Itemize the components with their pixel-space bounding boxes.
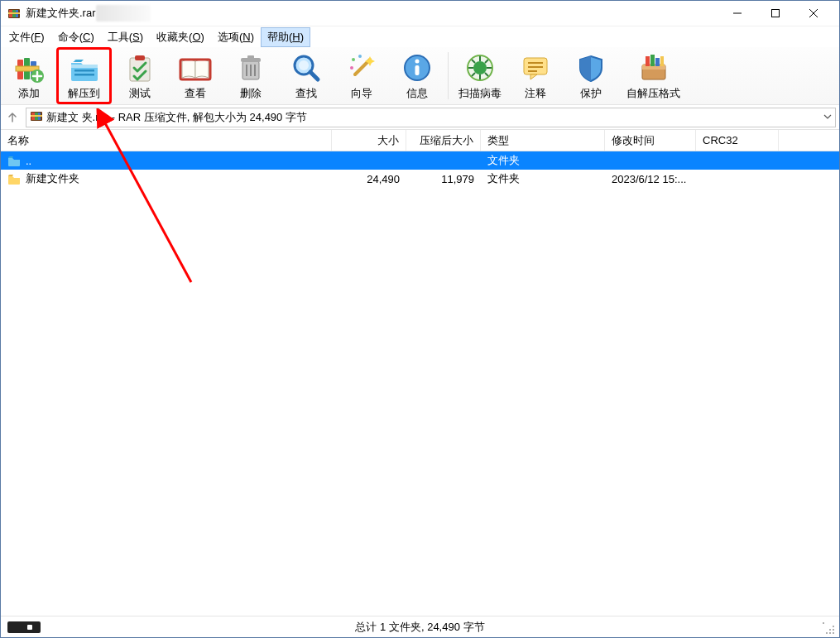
menu-o[interactable]: 收藏夹(O) — [150, 27, 211, 47]
row-packed: 11,979 — [406, 173, 481, 185]
menubar: 文件(F)命令(C)工具(S)收藏夹(O)选项(N)帮助(H) — [1, 26, 839, 47]
status-text: 总计 1 文件夹, 24,490 字节 — [355, 620, 484, 635]
comment-icon — [519, 51, 552, 84]
title-blurred-area — [96, 5, 151, 22]
svg-rect-59 — [31, 115, 42, 117]
svg-rect-4 — [8, 12, 20, 14]
col-mtime[interactable]: 修改时间 — [605, 130, 696, 151]
toolbar-add-label: 添加 — [18, 86, 40, 101]
sfx-icon — [637, 51, 670, 84]
toolbar-extract-to[interactable]: 解压到 — [56, 47, 112, 104]
winrar-app-icon — [7, 7, 21, 20]
toolbar-view[interactable]: 查看 — [167, 47, 223, 104]
folder-up-icon — [7, 154, 21, 167]
go-up-button[interactable] — [4, 109, 21, 126]
col-type[interactable]: 类型 — [481, 130, 605, 151]
resize-grip-icon[interactable] — [823, 622, 836, 636]
toolbar-virus-scan[interactable]: 扫描病毒 — [452, 47, 507, 104]
svg-rect-34 — [415, 65, 419, 75]
toolbar-add[interactable]: 添加 — [1, 47, 56, 104]
toolbar-protect-label: 保护 — [580, 86, 602, 101]
svg-rect-51 — [646, 56, 650, 66]
folder-extract-icon — [68, 51, 101, 84]
toolbar-comment-label: 注释 — [525, 86, 546, 101]
row-type: 文件夹 — [481, 153, 605, 168]
col-crc[interactable]: CRC32 — [696, 130, 779, 151]
toolbar-info-label: 信息 — [406, 86, 428, 101]
svg-line-27 — [310, 72, 318, 79]
svg-rect-15 — [74, 74, 94, 76]
info-icon — [401, 51, 434, 84]
statusbar: 总计 1 文件夹, 24,490 字节 — [1, 616, 839, 637]
toolbar-extract-label: 解压到 — [68, 86, 100, 101]
path-combobox[interactable]: 新建文 夹.rar - RAR 压缩文件, 解包大小为 24,490 字节 — [26, 108, 836, 127]
svg-rect-52 — [650, 55, 655, 66]
toolbar-view-label: 查看 — [185, 86, 206, 101]
row-name: 新建文件夹 — [26, 171, 79, 186]
app-window: 新建文件夹.rar 文件(F)命令(C)工具(S)收藏夹(O)选项(N)帮助(H… — [0, 0, 840, 638]
toolbar-wizard[interactable]: 向导 — [334, 47, 389, 104]
toolbar-test-label: 测试 — [129, 86, 151, 101]
svg-point-29 — [352, 58, 355, 61]
toolbar-delete[interactable]: 删除 — [223, 47, 278, 104]
col-packed[interactable]: 压缩后大小 — [406, 130, 481, 151]
books-add-icon — [12, 51, 46, 84]
archive-small-icon — [30, 109, 43, 125]
col-size[interactable]: 大小 — [332, 130, 406, 151]
svg-rect-14 — [74, 70, 94, 72]
maximize-button[interactable] — [756, 1, 794, 26]
svg-point-36 — [473, 61, 487, 74]
folder-icon — [7, 172, 21, 185]
menu-n[interactable]: 选项(N) — [211, 27, 261, 47]
row-name: .. — [26, 155, 31, 167]
addressbar: 新建文 夹.rar - RAR 压缩文件, 解包大小为 24,490 字节 — [1, 105, 839, 130]
titlebar: 新建文件夹.rar — [1, 1, 839, 26]
toolbar-info[interactable]: 信息 — [389, 47, 444, 104]
list-header: 名称 大小 压缩后大小 类型 修改时间 CRC32 — [1, 130, 839, 151]
menu-c[interactable]: 命令(C) — [51, 27, 101, 47]
book-open-icon — [179, 51, 212, 84]
svg-point-33 — [415, 59, 419, 63]
list-row[interactable]: ..文件夹 — [1, 151, 839, 170]
shield-icon — [574, 51, 607, 84]
row-mtime: 2023/6/12 15:... — [605, 173, 696, 185]
row-type: 文件夹 — [481, 171, 605, 186]
magnifier-icon — [290, 51, 323, 84]
svg-rect-53 — [655, 58, 660, 66]
menu-f[interactable]: 文件(F) — [2, 27, 51, 47]
close-button[interactable] — [794, 1, 833, 26]
toolbar-find-label: 查找 — [295, 86, 317, 101]
toolbar-find[interactable]: 查找 — [278, 47, 334, 104]
toolbar-sfx[interactable]: 自解压格式 — [618, 47, 689, 104]
toolbar-delete-label: 删除 — [240, 86, 262, 101]
file-list[interactable]: ..文件夹新建文件夹24,49011,979文件夹2023/6/12 15:..… — [1, 151, 839, 616]
svg-rect-6 — [772, 10, 780, 17]
minimize-button[interactable] — [718, 1, 756, 26]
menu-s[interactable]: 工具(S) — [101, 27, 150, 47]
row-size: 24,490 — [332, 173, 406, 185]
svg-rect-54 — [660, 56, 664, 66]
window-title: 新建文件夹.rar — [26, 6, 96, 21]
list-row[interactable]: 新建文件夹24,49011,979文件夹2023/6/12 15:... — [1, 170, 839, 188]
toolbar-wizard-label: 向导 — [351, 86, 372, 101]
svg-point-31 — [350, 66, 353, 70]
chevron-down-icon[interactable] — [823, 111, 832, 123]
toolbar-comment[interactable]: 注释 — [507, 47, 563, 104]
wand-icon — [345, 51, 378, 84]
col-name[interactable]: 名称 — [1, 130, 332, 151]
trash-icon — [234, 51, 267, 84]
toolbar: 添加 解压到 — [1, 47, 839, 105]
toolbar-protect[interactable]: 保护 — [563, 47, 618, 104]
path-text: 新建文 夹.rar - RAR 压缩文件, 解包大小为 24,490 字节 — [46, 110, 307, 125]
status-indicator-icon — [7, 621, 41, 633]
svg-rect-17 — [135, 55, 145, 60]
clipboard-check-icon — [123, 51, 156, 84]
svg-point-26 — [299, 60, 309, 70]
toolbar-test[interactable]: 测试 — [112, 47, 167, 104]
toolbar-virus-label: 扫描病毒 — [458, 86, 502, 101]
svg-rect-21 — [247, 55, 254, 59]
col-extra[interactable] — [779, 130, 839, 151]
menu-h[interactable]: 帮助(H) — [261, 27, 310, 47]
svg-point-30 — [358, 55, 362, 58]
toolbar-sfx-label: 自解压格式 — [626, 86, 680, 101]
